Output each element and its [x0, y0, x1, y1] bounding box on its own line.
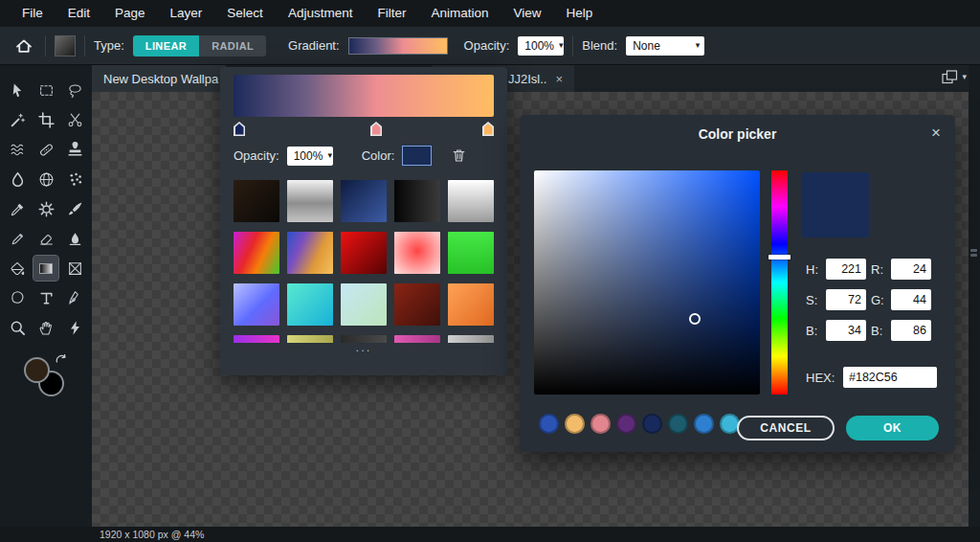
sphere-tool[interactable] [33, 167, 58, 192]
color-swatch-1[interactable] [565, 414, 585, 434]
marquee-tool[interactable] [33, 78, 58, 102]
smudge-tool[interactable] [62, 226, 87, 251]
hue-slider[interactable] [771, 170, 788, 395]
crop-tool[interactable] [33, 107, 58, 132]
stop-color-chip[interactable] [402, 146, 432, 166]
foreground-color[interactable] [24, 357, 50, 383]
lightning-tool[interactable] [62, 315, 87, 340]
menu-item-select[interactable]: Select [214, 0, 276, 27]
brush-tool[interactable] [62, 196, 87, 221]
blue-input[interactable] [891, 320, 931, 341]
gradient-preset-8[interactable] [394, 232, 440, 274]
eraser-tool[interactable] [33, 226, 58, 251]
hue-input[interactable] [826, 259, 866, 280]
gradient-stop-0[interactable] [234, 122, 245, 136]
menu-item-file[interactable]: File [10, 0, 56, 27]
gear-tool[interactable] [33, 196, 58, 221]
gradient-preview[interactable] [348, 37, 448, 55]
saturation-input[interactable] [826, 289, 866, 310]
opacity-dropdown[interactable]: 100% ▾ [518, 36, 564, 56]
color-swatch-4[interactable] [642, 414, 662, 434]
pencil-tool[interactable] [5, 226, 30, 251]
frame-tool[interactable] [62, 256, 87, 281]
color-swatch-5[interactable] [668, 414, 688, 434]
saturation-brightness-square[interactable] [534, 170, 760, 395]
color-swatch-0[interactable] [539, 414, 559, 434]
gradient-preset-3[interactable] [394, 180, 440, 222]
hand-tool[interactable] [33, 315, 58, 340]
gradient-preset-0[interactable] [234, 180, 279, 222]
liquify-tool[interactable] [5, 137, 30, 162]
gradient-preset-11[interactable] [287, 283, 333, 326]
color-swatch-3[interactable] [616, 414, 636, 434]
gradient-preset-9[interactable] [448, 232, 494, 274]
menu-item-edit[interactable]: Edit [56, 0, 102, 27]
stamp-tool[interactable] [62, 137, 87, 162]
red-input[interactable] [891, 259, 931, 280]
blur-tool[interactable] [5, 167, 30, 192]
eyedropper-tool[interactable] [5, 196, 30, 221]
gradient-stop-1[interactable] [370, 122, 382, 136]
gradient-preset-14[interactable] [448, 283, 494, 326]
menu-item-page[interactable]: Page [102, 0, 158, 27]
saturation-cursor[interactable] [689, 313, 701, 325]
lasso-tool[interactable] [62, 78, 87, 102]
blend-dropdown[interactable]: None ▾ [626, 36, 704, 56]
menu-item-view[interactable]: View [501, 0, 553, 27]
stop-opacity-dropdown[interactable]: 100% ▾ [287, 147, 333, 166]
gradient-preset-5[interactable] [234, 232, 279, 274]
shape-tool[interactable] [5, 285, 30, 310]
close-icon[interactable]: × [931, 124, 941, 143]
tab-document-1[interactable]: New Desktop Wallpa [92, 65, 226, 92]
linear-type-button[interactable]: LINEAR [133, 35, 199, 56]
close-icon[interactable]: × [555, 72, 563, 86]
gradient-preset-16[interactable] [287, 335, 333, 343]
color-swatch-6[interactable] [694, 414, 714, 434]
gradient-editor-preview[interactable] [234, 75, 494, 117]
workspace-switcher[interactable]: ▾ [942, 70, 967, 84]
pencil-icon [10, 231, 26, 247]
move-tool[interactable] [5, 78, 30, 102]
swap-colors-icon[interactable] [56, 353, 68, 371]
ok-button[interactable]: OK [846, 416, 939, 440]
gradient-preset-2[interactable] [341, 180, 387, 222]
scissors-tool[interactable] [62, 107, 87, 132]
hex-input[interactable] [843, 367, 937, 388]
pen-tool[interactable] [62, 285, 87, 310]
delete-stop-button[interactable] [451, 147, 467, 164]
gradient-preset-10[interactable] [234, 283, 279, 326]
more-presets[interactable]: ... [234, 343, 494, 352]
gradient-preset-12[interactable] [341, 283, 387, 326]
gradient-preset-18[interactable] [394, 335, 440, 343]
gradient-tool[interactable] [33, 256, 58, 281]
gradient-preset-7[interactable] [341, 232, 387, 274]
menu-item-animation[interactable]: Animation [418, 0, 501, 27]
gradient-preset-13[interactable] [394, 283, 440, 326]
gradient-preset-19[interactable] [448, 335, 494, 343]
menu-item-filter[interactable]: Filter [365, 0, 418, 27]
zoom-tool[interactable] [5, 315, 30, 340]
menu-item-help[interactable]: Help [554, 0, 606, 27]
green-input[interactable] [891, 289, 931, 310]
wand-tool[interactable] [5, 107, 30, 132]
radial-type-button[interactable]: RADIAL [199, 35, 266, 56]
gradient-preset-15[interactable] [234, 335, 279, 343]
move-icon [10, 82, 26, 99]
brightness-input[interactable] [826, 320, 866, 341]
menu-item-layer[interactable]: Layer [158, 0, 215, 27]
heal-tool[interactable] [33, 137, 58, 162]
tool-preset-chip[interactable] [55, 35, 76, 56]
gradient-preset-1[interactable] [287, 180, 333, 222]
menu-item-adjustment[interactable]: Adjustment [276, 0, 366, 27]
gradient-stop-2[interactable] [482, 122, 494, 136]
home-button[interactable] [11, 34, 36, 58]
cancel-button[interactable]: CANCEL [737, 416, 835, 440]
bucket-tool[interactable] [5, 256, 30, 281]
color-swatch-2[interactable] [590, 414, 611, 434]
right-panel-strip[interactable] [969, 65, 980, 527]
hue-slider-handle[interactable] [768, 255, 791, 260]
spray-tool[interactable] [62, 167, 87, 192]
type-tool[interactable] [33, 285, 58, 310]
gradient-preset-6[interactable] [287, 232, 333, 274]
gradient-preset-4[interactable] [448, 180, 494, 222]
